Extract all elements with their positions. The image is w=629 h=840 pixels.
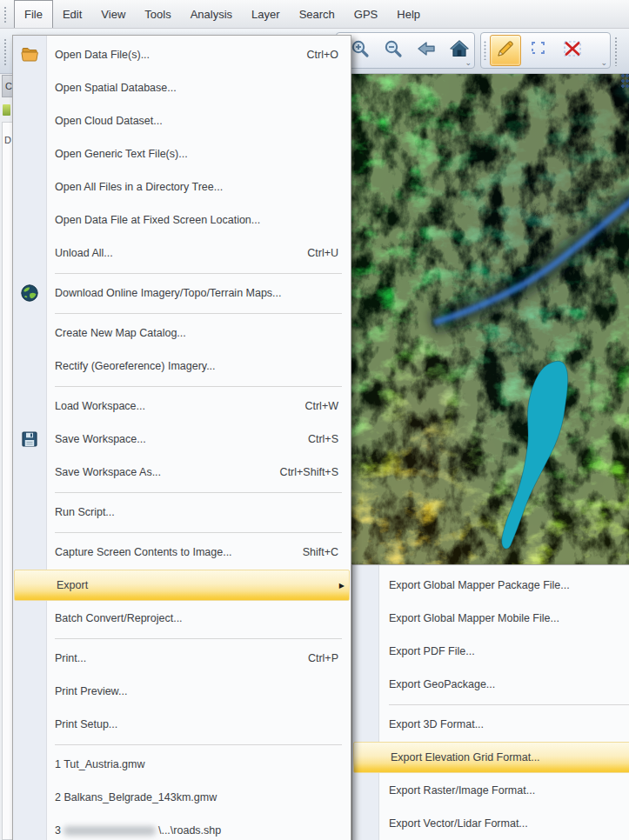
toolbar-group-navigation: ⌄ <box>336 32 475 69</box>
menubar-drag-handle[interactable] <box>3 6 8 23</box>
menu-item-label: 2 Balkans_Belgrade_143km.gmw <box>55 791 217 803</box>
menu-separator <box>13 383 351 390</box>
export-submenu-dropdown: Export Global Mapper Package File...Expo… <box>351 564 629 840</box>
menu-item-label: Open Data File(s)... <box>55 49 150 61</box>
menu-item-save-workspace[interactable]: Save Workspace...Ctrl+S <box>13 423 351 456</box>
toolbar-group-drag-handle[interactable] <box>614 37 619 66</box>
menu-item-export-elevation-grid-format[interactable]: Export Elevation Grid Format... <box>353 742 629 773</box>
file-menu-dropdown: Open Data File(s)...Ctrl+OOpen Spatial D… <box>12 35 351 840</box>
map-water-features <box>351 73 629 564</box>
menu-item-open-data-file-s[interactable]: Open Data File(s)...Ctrl+O <box>13 38 351 71</box>
zoom-out-icon <box>383 38 404 63</box>
menubar-item-tools[interactable]: Tools <box>135 0 180 28</box>
menu-item-export-geopackage[interactable]: Export GeoPackage... <box>352 668 629 701</box>
save-icon <box>20 430 39 449</box>
menu-item-open-data-file-at-fixed-screen-location[interactable]: Open Data File at Fixed Screen Location.… <box>13 203 351 237</box>
menu-item-export[interactable]: Export▶ <box>14 570 350 601</box>
menubar-item-help[interactable]: Help <box>387 0 430 28</box>
digitizer-pencil-button[interactable] <box>490 35 521 66</box>
side-panel-label: D <box>4 135 11 145</box>
menu-item-label: 1 Tut_Austria.gmw <box>55 758 145 770</box>
menu-item-label: Batch Convert/Reproject... <box>55 612 183 624</box>
menu-item-label: Print Setup... <box>55 718 117 730</box>
menu-item-label: Save Workspace... <box>55 433 146 445</box>
menu-item-label: Export Raster/Image Format... <box>389 784 535 797</box>
menubar-item-edit[interactable]: Edit <box>53 0 91 28</box>
menu-item-shortcut: Shift+C <box>303 546 344 558</box>
rect-select-icon <box>529 38 550 63</box>
menu-item-print[interactable]: Print...Ctrl+P <box>13 642 351 675</box>
menu-item-export-3d-format[interactable]: Export 3D Format... <box>352 708 629 741</box>
menu-separator <box>13 635 351 642</box>
menu-item-label: Export <box>57 579 88 591</box>
control-center-tab-label: C <box>5 81 12 91</box>
menubar-item-file[interactable]: File <box>14 0 53 28</box>
globe-icon <box>20 283 39 303</box>
toolbar-overflow-chevron-icon[interactable]: ⌄ <box>600 59 607 67</box>
rect-select-button[interactable] <box>525 36 554 65</box>
menu-item-label: Open All Files in a Directory Tree... <box>55 181 223 193</box>
back-arrow-icon <box>416 38 437 63</box>
menu-item-label: Export Elevation Grid Format... <box>391 751 540 763</box>
delete-selected-button[interactable] <box>558 36 587 65</box>
menu-item-label: Download Online Imagery/Topo/Terrain Map… <box>55 287 282 299</box>
menu-item-run-script[interactable]: Run Script... <box>13 496 351 529</box>
menu-item-save-workspace-as[interactable]: Save Workspace As...Ctrl+Shift+S <box>13 456 351 489</box>
menu-item-export-pdf-file[interactable]: Export PDF File... <box>352 635 629 668</box>
menu-item-open-all-files-in-a-directory-tree[interactable]: Open All Files in a Directory Tree... <box>13 170 351 203</box>
submenu-arrow-icon: ▶ <box>339 582 345 590</box>
global-mapper-window: FileEditViewToolsAnalysisLayerSearchGPSH… <box>0 0 629 840</box>
menu-item-label: Export 3D Format... <box>389 718 484 730</box>
menubar-item-layer[interactable]: Layer <box>242 0 290 28</box>
menu-item-label: Open Generic Text File(s)... <box>55 148 188 160</box>
menu-item-create-new-map-catalog[interactable]: Create New Map Catalog... <box>13 317 351 350</box>
menu-separator <box>13 310 351 317</box>
menu-item-shortcut: Ctrl+S <box>308 433 344 445</box>
lake-icon <box>502 361 568 549</box>
delete-selected-icon <box>561 37 584 63</box>
zoom-out-button[interactable] <box>378 36 408 65</box>
menubar-item-gps[interactable]: GPS <box>345 0 387 28</box>
menu-item-label: Capture Screen Contents to Image... <box>55 546 232 558</box>
menu-item-label: Export Global Mapper Mobile File... <box>389 612 559 624</box>
menu-item-capture-screen-contents-to-image[interactable]: Capture Screen Contents to Image...Shift… <box>13 536 351 569</box>
menu-item-export-vector-lidar-format[interactable]: Export Vector/Lidar Format... <box>352 807 629 840</box>
menu-item-label: Save Workspace As... <box>55 466 161 478</box>
menubar-item-search[interactable]: Search <box>290 0 345 28</box>
menu-item-shortcut: Ctrl+W <box>304 400 344 412</box>
menu-item-label: Export Global Mapper Package File... <box>389 579 570 591</box>
menubar-item-analysis[interactable]: Analysis <box>181 0 242 28</box>
menu-item-label: 3 <box>55 824 61 837</box>
menubar: FileEditViewToolsAnalysisLayerSearchGPSH… <box>0 0 629 29</box>
menu-item-label: Create New Map Catalog... <box>55 327 186 339</box>
menu-item-3[interactable]: 3\...\roads.shp <box>13 814 351 840</box>
toolbar-overflow-chevron-icon[interactable]: ⌄ <box>465 59 472 67</box>
menu-item-unload-all[interactable]: Unload All...Ctrl+U <box>13 237 351 270</box>
menu-item-label: Open Cloud Dataset... <box>55 115 163 127</box>
menu-item-export-raster-image-format[interactable]: Export Raster/Image Format... <box>352 774 629 807</box>
menu-separator <box>13 741 351 748</box>
menu-item-download-online-imagery-topo-terrain-maps[interactable]: Download Online Imagery/Topo/Terrain Map… <box>13 277 351 310</box>
menu-item-open-spatial-database[interactable]: Open Spatial Database... <box>13 71 351 104</box>
map-canvas[interactable] <box>351 73 629 564</box>
menu-item-1-tut-austria-gmw[interactable]: 1 Tut_Austria.gmw <box>13 748 351 781</box>
menu-item-label: Export Vector/Lidar Format... <box>389 817 528 830</box>
menu-item-print-preview[interactable]: Print Preview... <box>13 675 351 708</box>
river-valley-shadow <box>432 193 629 323</box>
layer-icon <box>3 104 10 116</box>
menu-item-export-global-mapper-mobile-file[interactable]: Export Global Mapper Mobile File... <box>352 602 629 635</box>
toolbar-group-drag-handle[interactable] <box>484 41 487 60</box>
menu-item-open-generic-text-file-s[interactable]: Open Generic Text File(s)... <box>13 137 351 170</box>
menu-item-rectify-georeference-imagery[interactable]: Rectify (Georeference) Imagery... <box>13 350 351 383</box>
menu-item-label: Print... <box>55 652 86 664</box>
menu-item-load-workspace[interactable]: Load Workspace...Ctrl+W <box>13 390 351 423</box>
menu-item-open-cloud-dataset[interactable]: Open Cloud Dataset... <box>13 104 351 137</box>
toolbar-drag-handle[interactable] <box>3 38 8 66</box>
menu-item-2-balkans-belgrade-143km-gmw[interactable]: 2 Balkans_Belgrade_143km.gmw <box>13 781 351 814</box>
back-arrow-button[interactable] <box>412 36 441 65</box>
menu-item-print-setup[interactable]: Print Setup... <box>13 708 351 741</box>
menu-item-batch-convert-reproject[interactable]: Batch Convert/Reproject... <box>13 602 351 635</box>
menu-item-export-global-mapper-package-file[interactable]: Export Global Mapper Package File... <box>352 569 629 602</box>
partial-toolbar-icon <box>621 74 629 88</box>
menubar-item-view[interactable]: View <box>91 0 135 28</box>
